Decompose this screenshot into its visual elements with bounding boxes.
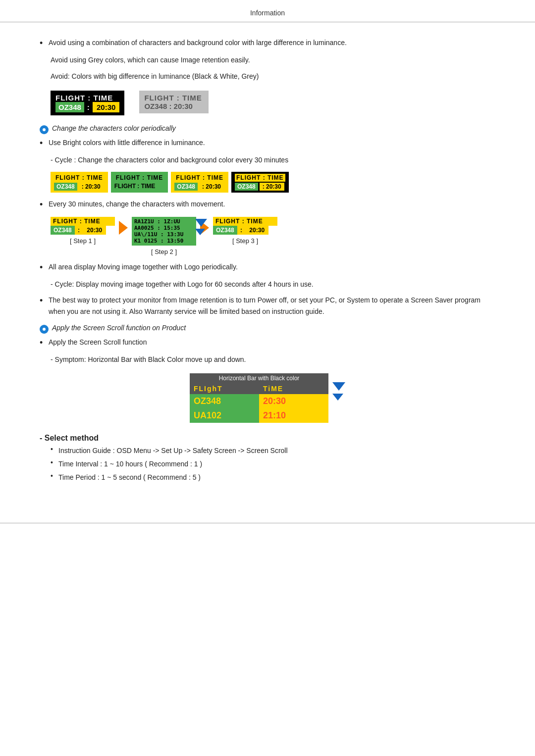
cycle-box-1-oz: OZ348 xyxy=(54,183,77,191)
flight-dark-oz: OZ348 xyxy=(55,102,84,112)
indent-text-2: Avoid: Colors with big difference in lum… xyxy=(51,72,259,80)
sub-text-3: Time Period : 1 ~ 5 second ( Recommend :… xyxy=(58,472,201,483)
cycle-box-4-row2: OZ348 : 20:30 xyxy=(235,183,285,191)
scroll-arrow-down-1 xyxy=(332,382,345,391)
bullet-dot-3: • xyxy=(40,199,49,211)
scroll-cell-time2: 21:10 xyxy=(259,408,328,423)
flight-dark-sep: : xyxy=(86,102,93,112)
cycle-box-1-row1: FLIGHT : TIME xyxy=(54,174,105,182)
blue-circle-icon-2 xyxy=(40,325,49,334)
steps-row: FLIGHT : TIME OZ348 : 20:30 [ Step 1 ] R… xyxy=(51,217,495,255)
page-header: Information xyxy=(0,0,535,22)
scroll-header-row: FLIghT TiME xyxy=(190,383,328,394)
step-box-1: FLIGHT : TIME OZ348 : 20:30 xyxy=(51,217,115,235)
scrollbar-demo: Horizontal Bar with Black color FLIghT T… xyxy=(40,373,495,423)
sub-text-2: Time Interval : 1 ~ 10 hours ( Recommend… xyxy=(58,458,202,469)
scroll-note-text: - Symptom: Horizontal Bar with Black Col… xyxy=(51,355,246,363)
bullet-item-3: • Every 30 minutes, change the character… xyxy=(40,199,495,211)
flight-grey-row2: OZ348 : 20:30 xyxy=(144,102,204,110)
step3-oz: OZ348 xyxy=(213,226,237,235)
step1-row1: FLIGHT : TIME xyxy=(51,217,115,226)
bullet-item-6: • Apply the Screen Scroll function xyxy=(40,337,495,349)
scroll-data-row-1: OZ348 20:30 xyxy=(190,394,328,408)
blue-circle-text-2: Apply the Screen Scroll function on Prod… xyxy=(52,324,186,332)
scroll-arrows xyxy=(332,373,345,401)
indent-block-1: Avoid using Grey colors, which can cause… xyxy=(51,54,495,65)
bullet-item-4: • All area display Moving image together… xyxy=(40,261,495,274)
step-item-3: FLIGHT : TIME OZ348 : 20:30 [ Step 3 ] xyxy=(213,217,277,245)
cycle-box-3-time: : 20:30 xyxy=(199,183,224,191)
step-box-3: FLIGHT : TIME OZ348 : 20:30 xyxy=(213,217,277,235)
cycle-box-1-row2: OZ348 : 20:30 xyxy=(54,183,105,191)
flight-box-grey: FLIGHT : TIME OZ348 : 20:30 xyxy=(139,91,209,113)
cycle-note-text: - Cycle : Change the characters color an… xyxy=(51,156,288,164)
step2-box: RA1Z1U : 1Z:UU AA0025 : 15:35 UA\/11U : … xyxy=(132,217,196,246)
scroll-header-col2: TiME xyxy=(259,383,328,394)
sub-dot-2: • xyxy=(51,458,58,466)
blue-circle-item-1: Change the characters color periodically xyxy=(40,124,495,134)
cycle-box-2-row2: FLIGHT : TIME xyxy=(114,183,165,190)
flight-box-dark: FLIGHT : TIME OZ348 : 20:30 xyxy=(51,91,124,115)
indent-block-2: Avoid: Colors with big difference in lum… xyxy=(51,71,495,82)
step3-sep: : xyxy=(237,226,246,235)
blue-circle-icon-1 xyxy=(40,125,49,134)
scroll-note: - Symptom: Horizontal Bar with Black Col… xyxy=(51,354,495,365)
cycle-box-1-time: : 20:30 xyxy=(79,183,104,191)
arrow-right-icon-1 xyxy=(119,221,128,235)
step3-row1: FLIGHT : TIME xyxy=(213,217,277,226)
main-content: • Avoid using a combination of character… xyxy=(0,22,535,508)
scroll-cell-oz1: OZ348 xyxy=(190,394,259,408)
bullet-item-2: • Use Bright colors with little differen… xyxy=(40,137,495,150)
bullet-text-4: All area display Moving image together w… xyxy=(49,261,238,272)
step2-row2: AA0025 : 15:35 xyxy=(134,225,194,231)
flight-dark-time: 20:30 xyxy=(93,102,119,112)
step3-time: 20:30 xyxy=(245,226,268,235)
step2-arrow-down-1 xyxy=(195,219,207,227)
arrow-1 xyxy=(119,217,128,235)
scroll-demo-table-area: Horizontal Bar with Black color FLIghT T… xyxy=(190,373,328,423)
bullet-item-1: • Avoid using a combination of character… xyxy=(40,37,495,50)
bullet-item-5: • The best way to protect your monitor f… xyxy=(40,295,495,317)
step-item-2: RA1Z1U : 1Z:UU AA0025 : 15:35 UA\/11U : … xyxy=(132,217,196,255)
flight-dark-row1: FLIGHT : TIME xyxy=(55,94,119,102)
select-method-item-2: • Time Interval : 1 ~ 10 hours ( Recomme… xyxy=(51,458,495,469)
scroll-demo-wrapper: Horizontal Bar with Black color FLIghT T… xyxy=(190,373,345,423)
cycle-box-2-text: FLIGHT : TIME xyxy=(114,183,156,190)
bullet-dot-2: • xyxy=(40,137,49,150)
step1-oz: OZ348 xyxy=(51,226,75,235)
bullet-dot-5: • xyxy=(40,295,49,307)
cycle-box-4: FLIGHT : TIME OZ348 : 20:30 xyxy=(231,172,289,193)
step-item-1: FLIGHT : TIME OZ348 : 20:30 [ Step 1 ] xyxy=(51,217,115,245)
cycle-box-1: FLIGHT : TIME OZ348 : 20:30 xyxy=(51,172,108,193)
sub-text-1: Instruction Guide : OSD Menu -> Set Up -… xyxy=(58,445,288,456)
flight-dark-row2: OZ348 : 20:30 xyxy=(55,102,119,112)
blue-circle-item-2: Apply the Screen Scroll function on Prod… xyxy=(40,324,495,334)
step2-wrapper: RA1Z1U : 1Z:UU AA0025 : 15:35 UA\/11U : … xyxy=(132,217,196,246)
sub-dot-1: • xyxy=(51,445,58,453)
cycle-box-3-oz: OZ348 xyxy=(174,183,198,191)
step2-row1: RA1Z1U : 1Z:UU xyxy=(134,218,194,225)
cycle-note: - Cycle : Change the characters color an… xyxy=(51,154,495,165)
bullet-text-3: Every 30 minutes, change the characters … xyxy=(49,199,225,209)
step-label-3: [ Step 3 ] xyxy=(232,237,258,245)
bullet-dot-1: • xyxy=(40,37,49,50)
bullet-text-5: The best way to protect your monitor fro… xyxy=(49,295,495,317)
cycle-box-3-row1: FLIGHT : TIME xyxy=(174,174,225,182)
flight-examples: FLIGHT : TIME OZ348 : 20:30 FLIGHT : TIM… xyxy=(51,91,495,115)
step2-arrows xyxy=(195,219,207,235)
step3-row2: OZ348 : 20:30 xyxy=(213,226,277,235)
cycle-box-4-row1: FLIGHT : TIME xyxy=(235,174,285,182)
step2-row3: UA\/11U : 13:3U xyxy=(134,231,194,238)
cycle-row: FLIGHT : TIME OZ348 : 20:30 FLIGHT : TIM… xyxy=(51,172,495,193)
scroll-arrow-down-2 xyxy=(332,394,343,401)
scroll-header-col1: FLIghT xyxy=(190,383,259,394)
cycle-box-2: FLIGHT : TIME FLIGHT : TIME xyxy=(111,172,168,193)
step1-row2: OZ348 : 20:30 xyxy=(51,226,115,235)
select-method-item-1: • Instruction Guide : OSD Menu -> Set Up… xyxy=(51,445,495,456)
select-method: - Select method • Instruction Guide : OS… xyxy=(40,434,495,483)
step2-row4: K1 0125 : 13:50 xyxy=(134,238,194,244)
indent-text-1: Avoid using Grey colors, which can cause… xyxy=(51,56,250,64)
bullet-dot-4: • xyxy=(40,261,49,274)
scroll-data-row-2: UA102 21:10 xyxy=(190,408,328,423)
select-method-title: - Select method xyxy=(40,434,495,443)
